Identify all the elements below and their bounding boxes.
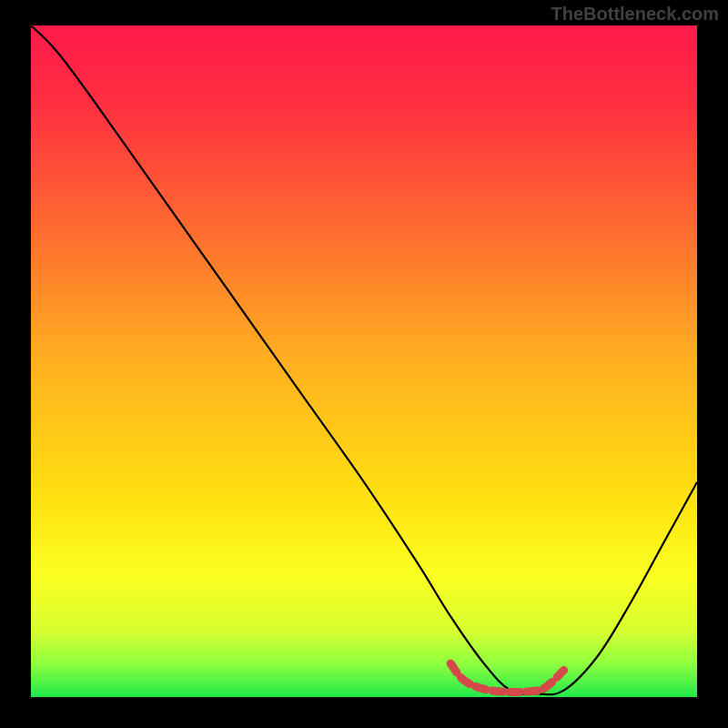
curve-layer (31, 25, 697, 697)
plot-area (31, 25, 697, 697)
chart-container: TheBottleneck.com (0, 0, 728, 728)
bottleneck-curve (31, 25, 697, 694)
watermark-text: TheBottleneck.com (551, 4, 719, 25)
